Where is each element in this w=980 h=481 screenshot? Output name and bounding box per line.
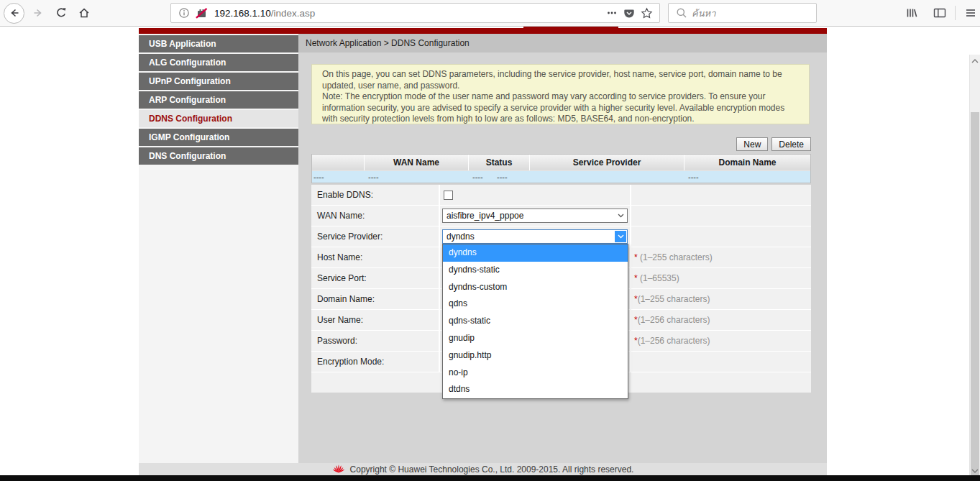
hint-password: *(1–256 characters) xyxy=(631,331,811,351)
sidebars-icon[interactable] xyxy=(930,4,949,22)
new-button[interactable]: New xyxy=(736,137,768,151)
required-asterisk: * xyxy=(634,336,638,346)
scroll-up-icon[interactable] xyxy=(970,59,980,63)
dropdown-option-gnudip-http[interactable]: gnudip.http xyxy=(443,347,628,365)
bookmark-star-icon[interactable] xyxy=(638,7,655,19)
footer: Copyright © Huawei Technologies Co., Ltd… xyxy=(139,463,827,476)
label-wan-name: WAN Name: xyxy=(311,206,440,226)
hint-host-name: * (1–255 characters) xyxy=(631,247,811,267)
form-row-enable-ddns: Enable DDNS: xyxy=(311,185,811,205)
sidebar-item-dns-configuration[interactable]: DNS Configuration xyxy=(139,147,298,165)
label-password: Password: xyxy=(311,331,440,351)
col-header-status: Status xyxy=(468,155,529,170)
row-cell-4: ---- xyxy=(688,171,699,183)
service-provider-dropdown-list: dyndnsdyndns-staticdyndns-customqdnsqdns… xyxy=(442,244,628,399)
row-cell-0: ---- xyxy=(313,171,324,183)
top-red-bar xyxy=(139,28,827,34)
hint-enable-ddns xyxy=(631,185,811,205)
library-icon[interactable] xyxy=(902,4,920,22)
url-bar[interactable]: 192.168.1.10/index.asp xyxy=(170,3,660,23)
search-input[interactable] xyxy=(690,7,812,19)
row-cell-3: ---- xyxy=(497,171,508,183)
pocket-icon[interactable] xyxy=(620,8,638,19)
required-asterisk: * xyxy=(634,273,638,283)
browser-viewport: USB ApplicationALG ConfigurationUPnP Con… xyxy=(0,27,980,481)
dropdown-option-dyndns-static[interactable]: dyndns-static xyxy=(443,262,628,279)
table-row[interactable]: -------------------- xyxy=(312,170,810,183)
dropdown-option-no-ip[interactable]: no-ip xyxy=(443,365,628,382)
row-cell-2: ---- xyxy=(472,171,483,183)
hint-domain-name: *(1–255 characters) xyxy=(631,289,811,309)
delete-button[interactable]: Delete xyxy=(771,137,811,151)
router-page: USB ApplicationALG ConfigurationUPnP Con… xyxy=(139,27,827,476)
sidebar-item-usb-application[interactable]: USB Application xyxy=(139,35,298,52)
huawei-logo-icon xyxy=(332,463,345,476)
field-wan-name: aisfibre_ipv4_pppoe xyxy=(440,206,631,226)
label-encryption-mode: Encryption Mode: xyxy=(311,352,440,372)
label-service-provider: Service Provider: xyxy=(311,226,440,247)
required-asterisk: * xyxy=(634,252,638,262)
back-icon[interactable] xyxy=(4,3,24,24)
required-asterisk: * xyxy=(634,315,638,325)
dropdown-option-gnudip[interactable]: gnudip xyxy=(443,330,628,347)
notice-box: On this page, you can set DDNS parameter… xyxy=(311,64,810,124)
field-enable-ddns xyxy=(440,185,631,205)
dropdown-option-dtdns[interactable]: dtdns xyxy=(443,381,628,398)
toolbar-divider xyxy=(955,6,956,20)
browser-toolbar: 192.168.1.10/index.asp xyxy=(0,0,980,27)
chevron-down-icon xyxy=(615,231,626,242)
refresh-icon[interactable] xyxy=(52,4,70,22)
wan-name-select[interactable]: aisfibre_ipv4_pppoe xyxy=(442,209,628,223)
sidebar-item-arp-configuration[interactable]: ARP Configuration xyxy=(139,91,298,109)
breadcrumb: Network Application > DDNS Configuration xyxy=(298,34,827,52)
action-button-row: New Delete xyxy=(311,137,811,151)
notice-line-2: Note: The encryption mode of the user na… xyxy=(322,91,799,125)
label-enable-ddns: Enable DDNS: xyxy=(311,185,440,205)
row-cell-1: ---- xyxy=(368,171,379,183)
label-host-name: Host Name: xyxy=(311,247,440,267)
dropdown-option-dyndns[interactable]: dyndns xyxy=(443,244,628,262)
url-host: 192.168.1.10 xyxy=(214,8,271,19)
col-header-service-provider: Service Provider xyxy=(529,155,684,170)
sidebar-item-igmp-configuration[interactable]: IGMP Configuration xyxy=(139,129,298,146)
sidebar-item-alg-configuration[interactable]: ALG Configuration xyxy=(139,54,298,71)
sidebar: USB ApplicationALG ConfigurationUPnP Con… xyxy=(139,34,298,463)
content-body: On this page, you can set DDNS parameter… xyxy=(298,52,827,463)
bottom-black-bar xyxy=(0,475,980,481)
hint-service-port: * (1–65535) xyxy=(631,268,811,288)
col-header-select xyxy=(312,155,364,170)
col-header-wan-name: WAN Name xyxy=(364,155,468,170)
content-pane: Network Application > DDNS Configuration… xyxy=(298,34,827,463)
dropdown-option-qdns-static[interactable]: qdns-static xyxy=(443,313,628,330)
enable-ddns-checkbox[interactable] xyxy=(444,191,453,200)
forward-icon[interactable] xyxy=(29,4,47,22)
hint-user-name: *(1–256 characters) xyxy=(631,310,811,330)
copyright-text: Copyright © Huawei Technologies Co., Ltd… xyxy=(350,464,634,475)
col-header-domain-name: Domain Name xyxy=(684,155,810,170)
hint-wan-name xyxy=(631,206,811,226)
plugin-blocked-icon[interactable] xyxy=(193,7,210,19)
site-info-icon[interactable] xyxy=(175,7,193,19)
page-actions-icon[interactable] xyxy=(603,7,620,19)
dropdown-option-dyndns-custom[interactable]: dyndns-custom xyxy=(443,279,628,296)
label-domain-name: Domain Name: xyxy=(311,289,440,309)
scrollbar-thumb[interactable] xyxy=(971,112,979,481)
dropdown-option-qdns[interactable]: qdns xyxy=(443,296,628,313)
url-text: 192.168.1.10/index.asp xyxy=(210,8,603,19)
home-icon[interactable] xyxy=(75,4,93,22)
service-provider-select[interactable]: dyndns xyxy=(442,229,628,244)
search-bar[interactable] xyxy=(668,3,817,23)
url-path: /index.asp xyxy=(271,8,316,19)
label-user-name: User Name: xyxy=(311,310,440,330)
scroll-down-icon[interactable] xyxy=(970,469,980,473)
label-service-port: Service Port: xyxy=(311,268,440,288)
hint-encryption-mode xyxy=(631,352,811,372)
scrollbar[interactable] xyxy=(969,55,980,475)
hint-service-provider xyxy=(631,226,811,247)
sidebar-item-upnp-configuration[interactable]: UPnP Configuration xyxy=(139,73,298,90)
search-icon xyxy=(673,7,690,19)
sidebar-item-ddns-configuration[interactable]: DDNS Configuration xyxy=(139,110,298,127)
menu-hamburger-icon[interactable] xyxy=(961,4,980,22)
required-asterisk: * xyxy=(634,294,638,304)
ddns-entries-table: WAN NameStatusService ProviderDomain Nam… xyxy=(311,154,811,183)
